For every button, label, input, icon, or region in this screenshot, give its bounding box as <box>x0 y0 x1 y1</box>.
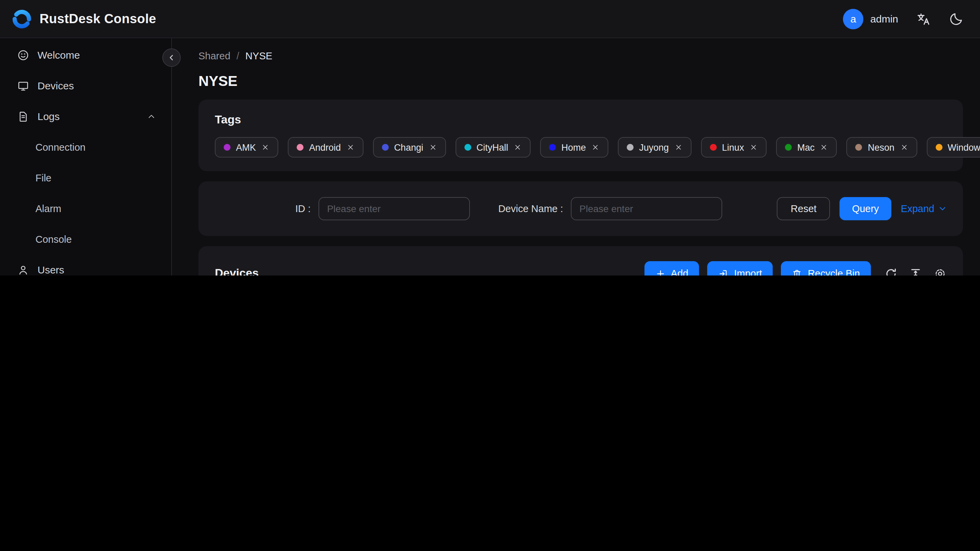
sidebar-subitem-alarm[interactable]: Alarm <box>7 193 164 224</box>
device-name-label: Device Name : <box>498 203 563 214</box>
close-icon[interactable] <box>429 143 437 151</box>
devices-card-title: Devices <box>215 267 259 276</box>
sidebar-item-devices[interactable]: Devices <box>7 70 164 101</box>
tag-label: Linux <box>722 142 744 153</box>
sidebar-subitem-connection[interactable]: Connection <box>7 132 164 162</box>
row-height-icon[interactable] <box>909 267 922 276</box>
tag-color-dot <box>785 144 792 151</box>
sidebar-item-welcome[interactable]: Welcome <box>7 40 164 70</box>
top-bar: RustDesk Console a admin <box>0 0 980 38</box>
device-name-input[interactable] <box>571 197 722 220</box>
tag-label: Android <box>309 142 341 153</box>
tag-chip-android: Android <box>288 137 363 158</box>
breadcrumb: Shared / NYSE <box>199 51 963 61</box>
tag-chip-mac: Mac <box>776 137 837 158</box>
tag-color-dot <box>224 144 231 151</box>
rustdesk-console-app: RustDesk Console a admin WelcomeDevicesL… <box>0 0 980 276</box>
table-settings-gear-icon[interactable] <box>934 267 947 276</box>
brand-title: RustDesk Console <box>40 11 156 26</box>
sidebar: WelcomeDevicesLogsConnectionFileAlarmCon… <box>0 38 172 276</box>
recycle-bin-button[interactable]: Recycle Bin <box>781 261 871 276</box>
translate-icon[interactable] <box>916 11 931 26</box>
close-icon[interactable] <box>749 143 758 151</box>
tag-color-dot <box>382 144 389 151</box>
rustdesk-logo-icon <box>11 8 33 30</box>
close-icon[interactable] <box>591 143 600 151</box>
reset-button[interactable]: Reset <box>777 197 830 220</box>
sidebar-collapse-button[interactable] <box>162 48 181 67</box>
user-menu[interactable]: a admin <box>843 8 898 29</box>
page-title: NYSE <box>199 73 963 89</box>
breadcrumb-current: NYSE <box>245 51 272 61</box>
expand-label: Expand <box>901 203 934 214</box>
username: admin <box>870 13 898 25</box>
query-card: ID : Device Name : Reset Query Expand <box>199 182 963 236</box>
tag-chip-amk: AMK <box>215 137 278 158</box>
topbar-actions: a admin <box>843 8 964 29</box>
monitor-icon <box>17 80 29 92</box>
tag-label: Home <box>561 142 586 153</box>
close-icon[interactable] <box>514 143 522 151</box>
tag-color-dot <box>464 144 471 151</box>
refresh-icon[interactable] <box>885 267 897 276</box>
close-icon[interactable] <box>347 143 355 151</box>
tag-color-dot <box>627 144 633 151</box>
sidebar-subitem-console[interactable]: Console <box>7 224 164 254</box>
close-icon[interactable] <box>674 143 682 151</box>
sidebar-nav: WelcomeDevicesLogsConnectionFileAlarmCon… <box>0 40 171 276</box>
tag-color-dot <box>935 144 942 151</box>
tag-label: Mac <box>797 142 815 153</box>
tag-chip-home: Home <box>540 137 608 158</box>
sidebar-item-logs[interactable]: Logs <box>7 101 164 132</box>
tags-card: Tags AMKAndroidChangiCityHallHomeJuyongL… <box>199 100 963 171</box>
tag-color-dot <box>710 144 716 151</box>
tag-chip-windows: Windows <box>926 137 980 158</box>
expand-toggle[interactable]: Expand <box>901 203 947 214</box>
theme-toggle-moon-icon[interactable] <box>949 11 964 26</box>
tag-chip-juyong: Juyong <box>618 137 691 158</box>
tag-color-dot <box>856 144 862 151</box>
close-icon[interactable] <box>820 143 828 151</box>
tags-card-title: Tags <box>215 113 947 127</box>
add-button[interactable]: Add <box>644 261 699 276</box>
tag-color-dot <box>297 144 304 151</box>
id-input[interactable] <box>318 197 469 220</box>
devices-card: Devices Add Import <box>199 246 963 276</box>
query-form: ID : Device Name : Reset Query Expand <box>215 197 947 220</box>
tag-chip-cityhall: CityHall <box>455 137 531 158</box>
close-icon[interactable] <box>261 143 270 151</box>
trash-icon <box>792 268 802 276</box>
sidebar-subitem-file[interactable]: File <box>7 162 164 193</box>
breadcrumb-shared[interactable]: Shared <box>199 51 231 61</box>
tag-chip-linux: Linux <box>701 137 767 158</box>
tag-label: AMK <box>236 142 256 153</box>
breadcrumb-separator: / <box>237 51 239 61</box>
tag-color-dot <box>549 144 556 151</box>
tag-label: Neson <box>868 142 894 153</box>
tag-label: CityHall <box>476 142 508 153</box>
plus-icon <box>655 268 665 276</box>
import-button[interactable]: Import <box>708 261 773 276</box>
query-button[interactable]: Query <box>840 197 891 220</box>
chevron-down-icon <box>939 205 947 213</box>
tag-label: Juyong <box>639 142 669 153</box>
tag-chip-changi: Changi <box>373 137 446 158</box>
chevron-up-icon <box>146 111 156 121</box>
tag-label: Windows <box>948 142 980 153</box>
main-content: Shared / NYSE NYSE Tags AMKAndroidChangi… <box>172 38 980 276</box>
file-text-icon <box>17 110 29 123</box>
tag-chip-neson: Neson <box>847 137 917 158</box>
app-shell: WelcomeDevicesLogsConnectionFileAlarmCon… <box>0 38 980 276</box>
avatar: a <box>843 8 863 29</box>
tags-row: AMKAndroidChangiCityHallHomeJuyongLinuxM… <box>215 137 947 158</box>
user-icon <box>17 264 29 276</box>
id-label: ID : <box>295 203 311 214</box>
smiley-icon <box>17 49 29 61</box>
close-icon[interactable] <box>900 143 908 151</box>
import-icon <box>719 268 729 276</box>
sidebar-item-users[interactable]: Users <box>7 254 164 276</box>
tag-label: Changi <box>394 142 423 153</box>
